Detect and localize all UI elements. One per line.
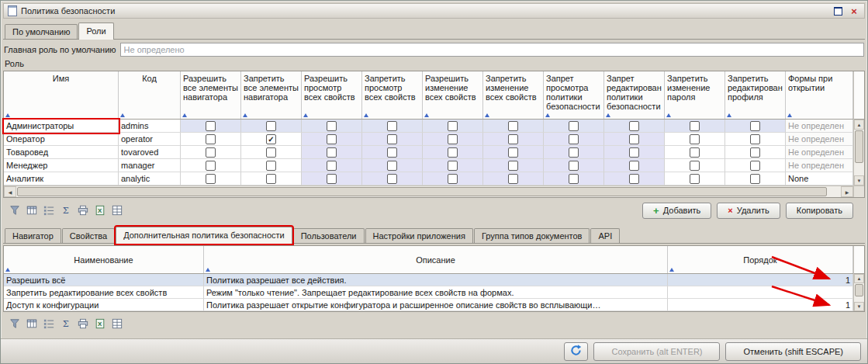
role-forms-cell[interactable]: Не определен bbox=[786, 133, 853, 146]
maximize-button[interactable] bbox=[832, 5, 844, 16]
role-permission-cell[interactable] bbox=[604, 146, 665, 159]
role-permission-cell[interactable] bbox=[302, 159, 362, 172]
role-forms-cell[interactable]: Не определен bbox=[786, 120, 853, 133]
scrollbar-thumb[interactable] bbox=[17, 187, 827, 196]
checkbox-icon[interactable] bbox=[266, 174, 276, 184]
policy-order-cell[interactable]: 1 bbox=[668, 299, 853, 311]
bottom-tab-2[interactable]: Дополнительная политика безопасности bbox=[116, 227, 292, 244]
roles-column-header[interactable]: Запрет редактирован политики безопасност… bbox=[604, 71, 665, 119]
checkbox-icon[interactable] bbox=[690, 134, 700, 144]
role-forms-cell[interactable]: None bbox=[786, 172, 853, 185]
checkbox-icon[interactable] bbox=[206, 147, 216, 158]
role-permission-cell[interactable] bbox=[725, 172, 786, 185]
roles-column-header[interactable]: Запретить все элементы навигатора bbox=[241, 71, 302, 119]
checkbox-icon[interactable] bbox=[448, 134, 458, 144]
checkbox-icon[interactable] bbox=[569, 134, 579, 144]
role-permission-cell[interactable] bbox=[604, 133, 665, 146]
checkbox-icon[interactable] bbox=[629, 134, 639, 144]
roles-table-row[interactable]: ТовароведtovarovedНе определен bbox=[4, 146, 853, 159]
delete-button[interactable]: × Удалить bbox=[717, 203, 780, 219]
role-permission-cell[interactable] bbox=[725, 133, 786, 146]
role-name-cell[interactable]: Оператор bbox=[4, 133, 119, 146]
role-name-cell[interactable]: Товаровед bbox=[4, 146, 119, 159]
bottom-tab-6[interactable]: API bbox=[590, 228, 620, 243]
roles-vertical-scrollbar[interactable]: ▲ ▼ bbox=[854, 120, 864, 185]
excel-icon[interactable]: X bbox=[92, 203, 107, 217]
sum-icon[interactable]: Σ bbox=[58, 317, 73, 331]
checkbox-icon[interactable] bbox=[266, 147, 276, 158]
roles-column-header[interactable]: Запретить изменение пароля bbox=[665, 71, 725, 119]
checkbox-icon[interactable] bbox=[569, 121, 579, 131]
role-permission-cell[interactable] bbox=[544, 120, 604, 133]
checkbox-icon[interactable] bbox=[690, 121, 700, 131]
excel-icon[interactable]: X bbox=[92, 317, 107, 331]
roles-table-row[interactable]: Операторoperator✓Не определен bbox=[4, 133, 853, 146]
scroll-right-icon[interactable]: ▶ bbox=[841, 186, 853, 197]
save-button[interactable]: Сохранить (alt ENTER) bbox=[593, 342, 720, 361]
roles-horizontal-scrollbar[interactable]: ◀ ▶ bbox=[4, 185, 853, 197]
policy-column-header[interactable]: Описание bbox=[204, 246, 668, 273]
role-code-cell[interactable]: admins bbox=[119, 120, 181, 133]
policy-name-cell[interactable]: Доступ к конфигурации bbox=[4, 299, 204, 311]
roles-column-header[interactable]: Запретить редактирован профиля bbox=[725, 71, 786, 119]
role-permission-cell[interactable] bbox=[483, 172, 544, 185]
checkbox-icon[interactable] bbox=[508, 134, 518, 144]
checkbox-icon[interactable] bbox=[750, 161, 760, 171]
checkbox-icon[interactable] bbox=[508, 147, 518, 158]
sum-icon[interactable]: Σ bbox=[58, 203, 73, 217]
filter-icon[interactable] bbox=[7, 317, 22, 331]
checkbox-icon[interactable] bbox=[327, 174, 337, 184]
roles-column-header[interactable]: Формы при открытии bbox=[786, 71, 853, 119]
policy-name-cell[interactable]: Разрешить всё bbox=[4, 274, 204, 286]
role-permission-cell[interactable] bbox=[665, 120, 725, 133]
policy-column-header[interactable]: Наименование bbox=[4, 246, 204, 273]
numbered-list-icon[interactable] bbox=[41, 317, 56, 331]
role-permission-cell[interactable] bbox=[544, 159, 604, 172]
role-code-cell[interactable]: operator bbox=[119, 133, 181, 146]
policy-description-cell[interactable]: Политика разрешает все действия. bbox=[204, 274, 668, 286]
checkbox-icon[interactable] bbox=[569, 161, 579, 171]
checkbox-icon[interactable] bbox=[266, 121, 276, 131]
checkbox-icon[interactable] bbox=[690, 161, 700, 171]
checkbox-icon[interactable] bbox=[508, 161, 518, 171]
role-name-cell[interactable]: Аналитик bbox=[4, 172, 119, 185]
checkbox-icon[interactable] bbox=[690, 174, 700, 184]
checkbox-icon[interactable] bbox=[569, 147, 579, 158]
role-permission-cell[interactable] bbox=[604, 159, 665, 172]
policy-table-row[interactable]: Доступ к конфигурацииПолитика разрешает … bbox=[4, 299, 853, 311]
checkbox-icon[interactable] bbox=[387, 147, 397, 158]
role-permission-cell[interactable] bbox=[544, 146, 604, 159]
checkbox-icon[interactable] bbox=[206, 121, 216, 131]
role-permission-cell[interactable] bbox=[241, 120, 302, 133]
top-tab-0[interactable]: По умолчанию bbox=[5, 24, 78, 39]
roles-column-header[interactable]: Разрешить просмотр всех свойств bbox=[302, 71, 362, 119]
report-icon[interactable] bbox=[109, 317, 124, 331]
role-permission-cell[interactable] bbox=[302, 120, 362, 133]
role-permission-cell[interactable] bbox=[362, 172, 423, 185]
scrollbar-thumb[interactable] bbox=[855, 284, 863, 296]
checkbox-icon[interactable] bbox=[750, 134, 760, 144]
checkbox-icon[interactable] bbox=[387, 161, 397, 171]
role-permission-cell[interactable] bbox=[302, 172, 362, 185]
columns-icon[interactable] bbox=[24, 317, 39, 331]
role-permission-cell[interactable] bbox=[423, 120, 483, 133]
add-button[interactable]: + Добавить bbox=[642, 203, 711, 219]
checkbox-icon[interactable] bbox=[387, 174, 397, 184]
roles-table-row[interactable]: АдминистраторыadminsНе определен bbox=[4, 120, 853, 133]
policy-vertical-scrollbar[interactable]: ▲ ▼ bbox=[854, 274, 864, 311]
checkbox-icon[interactable] bbox=[206, 134, 216, 144]
checkbox-icon[interactable] bbox=[327, 161, 337, 171]
roles-column-header[interactable]: Код bbox=[119, 71, 181, 119]
checkbox-icon[interactable] bbox=[629, 174, 639, 184]
role-permission-cell[interactable] bbox=[483, 120, 544, 133]
checkbox-icon[interactable] bbox=[508, 174, 518, 184]
role-permission-cell[interactable] bbox=[241, 146, 302, 159]
role-permission-cell[interactable] bbox=[665, 172, 725, 185]
checkbox-icon[interactable] bbox=[266, 161, 276, 171]
role-permission-cell[interactable] bbox=[362, 159, 423, 172]
role-name-cell[interactable]: Администраторы bbox=[4, 120, 119, 133]
roles-column-header[interactable]: Разрешить изменение всех свойств bbox=[423, 71, 483, 119]
role-permission-cell[interactable] bbox=[362, 133, 423, 146]
role-forms-cell[interactable]: Не определен bbox=[786, 159, 853, 172]
checkbox-icon[interactable] bbox=[327, 121, 337, 131]
